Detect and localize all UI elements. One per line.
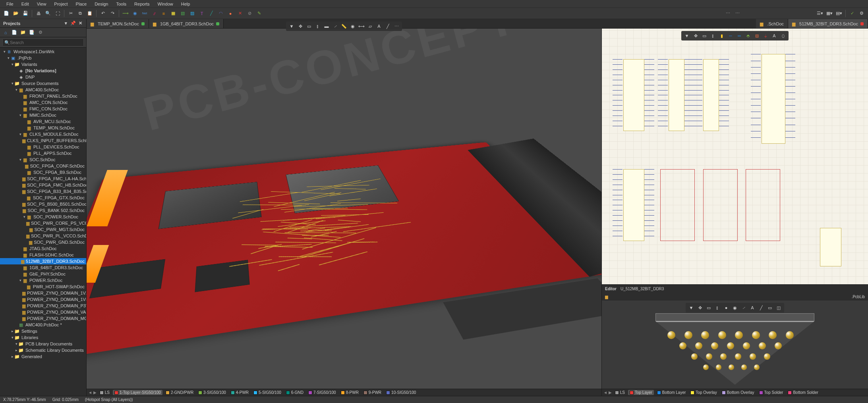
tree-item[interactable]: ▆SOC_FPGA_GTX.SchDoc: [0, 195, 86, 201]
tree-item[interactable]: ▾📁PCB Library Documents: [0, 341, 86, 347]
tree-item[interactable]: ▆POWER_ZYNQ_DOMAIN_P3V3.SchDoc: [0, 303, 86, 309]
line2-icon[interactable]: ╱: [384, 22, 392, 30]
layer-tab[interactable]: Bottom Layer: [655, 390, 687, 395]
layer-tab[interactable]: Bottom Solder: [786, 390, 820, 395]
pcblib-viewport[interactable]: ▼ ✥ ▭ ⫿ ● ◉ ⟋ A ╱ ▭ ◫: [602, 301, 868, 396]
tree-item[interactable]: ◈[No Variations]: [0, 67, 86, 74]
sch-filter-icon[interactable]: ▼: [683, 32, 691, 40]
via2-icon[interactable]: ◉: [349, 22, 357, 30]
sch-align-icon[interactable]: ⫿: [709, 32, 717, 40]
tree-item[interactable]: ▾▆AMC400.SchDoc: [0, 87, 86, 93]
document-tab[interactable]: ▆TEMP_MON.SchDoc: [87, 19, 149, 28]
schematic-viewport[interactable]: ▼ ✥ ▭ ⫿ ▮ ─ ═ ⬘ ⊟ ⏚ A ⬯: [602, 29, 868, 285]
layer-tab[interactable]: Top Layer: [628, 390, 654, 395]
document-tab[interactable]: ▆.SchDoc: [756, 19, 788, 28]
layer-tab[interactable]: Bottom Overlay: [720, 390, 756, 395]
poly2-icon[interactable]: ▱: [366, 22, 374, 30]
route2-icon[interactable]: ⟋: [331, 22, 339, 30]
redo-icon[interactable]: ↷: [108, 10, 116, 17]
menu-design[interactable]: Design: [91, 1, 112, 7]
menu-reports[interactable]: Reports: [130, 1, 154, 7]
print-icon[interactable]: 🖶: [35, 10, 43, 17]
layer-tab[interactable]: Top Overlay: [689, 390, 718, 395]
sch-net-icon[interactable]: ⊟: [753, 32, 761, 40]
line-icon[interactable]: ╱: [207, 10, 215, 17]
grid-icon[interactable]: ▦▾: [825, 10, 833, 17]
layer-tab[interactable]: Top Solder: [758, 390, 785, 395]
tree-item[interactable]: ▆SOC_FPGA_FMC_LA-HA.SchDoc: [0, 175, 86, 182]
menu-edit[interactable]: Edit: [17, 1, 33, 7]
sch-comp-icon[interactable]: ▮: [718, 32, 726, 40]
pl-text-icon[interactable]: A: [748, 304, 756, 312]
paste-icon[interactable]: 📋: [86, 10, 94, 17]
tree-item[interactable]: ▆SOC_FPGA_FMC_HB.SchDoc: [0, 182, 86, 188]
tree-item[interactable]: ▆GbE_PHY.SchDoc: [0, 271, 86, 277]
layer-tab[interactable]: LS: [613, 390, 626, 395]
poly-icon[interactable]: ▦: [169, 10, 177, 17]
delete-icon[interactable]: ✕: [236, 10, 244, 17]
pcb-3d-viewport[interactable]: PCB-CONCEPT PCB-CONCEPT ▼ ✥ ▭ ⫿ ▬ ⟋ 📏 ◉ …: [87, 19, 602, 396]
open-icon[interactable]: 📂: [12, 10, 20, 17]
cancel-icon[interactable]: ⊘: [246, 10, 253, 17]
layout-icon[interactable]: ☰▾: [816, 10, 824, 17]
tree-item[interactable]: ▆SOC_FPGA_B9.SchDoc: [0, 169, 86, 175]
sch-port-icon[interactable]: ⬘: [744, 32, 752, 40]
more2-icon[interactable]: ⋯: [733, 10, 741, 17]
tree-item[interactable]: ▆SOC_FPGA_B33_B34_B35.SchDoc: [0, 188, 86, 195]
more3-icon[interactable]: ⋯: [392, 22, 400, 30]
gear-icon[interactable]: ⚙: [37, 29, 44, 36]
panel-dropdown-icon[interactable]: ▾: [63, 21, 69, 26]
region-icon[interactable]: ▨: [188, 10, 196, 17]
pl-pad-icon[interactable]: ●: [722, 304, 730, 312]
tree-item[interactable]: ▆1GB_64BIT_DDR3.SchDoc: [0, 264, 86, 271]
tree-item[interactable]: ▩AMC400.PcbDoc *: [0, 322, 86, 328]
refresh-icon[interactable]: 📑: [29, 29, 35, 36]
layer-tab[interactable]: 4-PWR: [229, 390, 250, 395]
layer-tab[interactable]: 7-SIG50/100: [307, 390, 338, 395]
view3d-icon[interactable]: ▤▾: [835, 10, 843, 17]
route-icon[interactable]: ⟿: [122, 10, 130, 17]
layer-tab[interactable]: LS: [98, 390, 111, 395]
menu-project[interactable]: Project: [50, 1, 72, 7]
home-icon[interactable]: ⌂: [2, 29, 9, 36]
layer-tab[interactable]: 1-Top Layer-SIG50/100: [113, 390, 162, 395]
pl-move-icon[interactable]: ✥: [696, 304, 704, 312]
tree-item[interactable]: ▆SOC_PS_BANK 502.SchDoc: [0, 207, 86, 214]
text2-icon[interactable]: A: [375, 22, 383, 30]
document-tab[interactable]: ▆1GB_64BIT_DDR3.SchDoc: [149, 19, 224, 28]
align-icon[interactable]: ≡: [160, 10, 168, 17]
layer-tab[interactable]: 9-PWR: [362, 390, 383, 395]
select-icon[interactable]: ▭: [305, 22, 313, 30]
tree-item[interactable]: ▾🗎Workspace1.DsnWrk: [0, 48, 86, 55]
tree-item[interactable]: ▆PLL_DEVICES.SchDoc: [0, 144, 86, 150]
menu-window[interactable]: Window: [154, 1, 177, 7]
tree-item[interactable]: ▾▆SOC_POWER.SchDoc: [0, 214, 86, 220]
via-icon[interactable]: ◉: [131, 10, 139, 17]
settings-icon[interactable]: ⚙: [858, 10, 866, 17]
cut-icon[interactable]: ✂: [67, 10, 75, 17]
sch-pwr-icon[interactable]: ⏚: [762, 32, 769, 40]
save-icon[interactable]: 💾: [21, 10, 29, 17]
document-tab[interactable]: ▆512MB_32BIT_DDR3.SchDoc: [788, 19, 868, 28]
tree-item[interactable]: ▆AVR_MCU.SchDoc: [0, 118, 86, 125]
tree-item[interactable]: ▾▆POWER.SchDoc: [0, 277, 86, 283]
tree-item[interactable]: ▆SOC_PWR_GND.SchDoc: [0, 239, 86, 245]
pl-3d-icon[interactable]: ◫: [775, 304, 783, 312]
more-icon[interactable]: ⋯: [724, 10, 732, 17]
sch-text-icon[interactable]: A: [770, 32, 778, 40]
layer-tab[interactable]: 8-PWR: [339, 390, 360, 395]
dim-icon[interactable]: ⟷: [358, 22, 365, 30]
options-icon[interactable]: ✎: [255, 10, 263, 17]
tree-item[interactable]: ▸📁Schematic Library Documents: [0, 347, 86, 353]
tree-item[interactable]: ▆FMC_CON.SchDoc: [0, 106, 86, 112]
measure-icon[interactable]: 📏: [340, 22, 348, 30]
layer-tab[interactable]: 10-SIG50/100: [385, 390, 418, 395]
tree-item[interactable]: ▆SOC_PWR_MGT.SchDoc: [0, 226, 86, 233]
menu-file[interactable]: File: [2, 1, 17, 7]
tree-item[interactable]: ▾▣.PrjPcb: [0, 55, 86, 61]
tree-item[interactable]: ▆512MB_32BIT_DDR3.SchDoc: [0, 258, 86, 264]
new-icon[interactable]: 📄: [2, 10, 10, 17]
zoom-fit-icon[interactable]: ⛶: [54, 10, 62, 17]
pl-track-icon[interactable]: ⟋: [740, 304, 748, 312]
tree-item[interactable]: ▆AMC_CON.SchDoc: [0, 99, 86, 106]
